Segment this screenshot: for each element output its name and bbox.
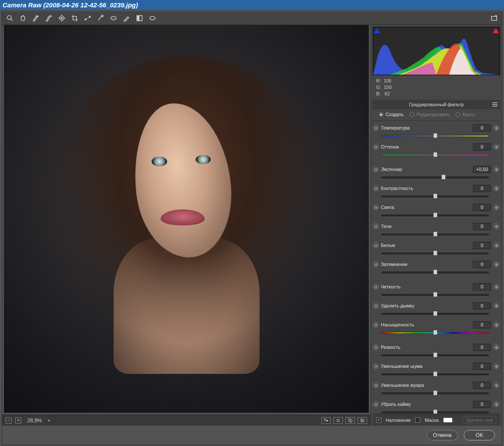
value-highlights[interactable]: 0 (473, 204, 491, 211)
track-blacks[interactable] (381, 270, 489, 275)
graduated-filter-tool-icon[interactable] (135, 14, 144, 22)
adjustment-brush-tool-icon[interactable] (122, 14, 131, 22)
value-whites[interactable]: 0 (473, 242, 491, 249)
hand-tool-icon[interactable] (19, 14, 27, 22)
minus-highlights[interactable]: ⊖ (373, 204, 379, 210)
fullscreen-toggle-icon[interactable] (490, 14, 498, 22)
plus-whites[interactable]: ⊕ (493, 242, 499, 248)
value-tint[interactable]: 0 (473, 143, 491, 151)
minus-shadows[interactable]: ⊖ (373, 223, 379, 229)
track-clarity[interactable] (381, 293, 489, 297)
plus-contrast[interactable]: ⊕ (493, 185, 499, 191)
plus-exposure[interactable]: ⊕ (493, 166, 499, 172)
zoom-tool-icon[interactable] (6, 14, 14, 22)
mode-create[interactable]: Создать (379, 112, 404, 117)
value-noise[interactable]: 0 (473, 363, 491, 370)
zoom-in-button[interactable]: + (15, 418, 21, 424)
minus-dehaze[interactable]: ⊖ (373, 303, 379, 309)
track-defringe[interactable] (381, 410, 489, 414)
value-sharpness[interactable]: 0 (473, 344, 491, 351)
before-after-toggle[interactable]: Y▸ (321, 417, 331, 424)
plus-noise[interactable]: ⊕ (493, 363, 499, 369)
plus-highlights[interactable]: ⊕ (493, 204, 499, 210)
plus-saturation[interactable]: ⊕ (493, 322, 499, 328)
adjustments-panel: R: 105 G: 100 B: 82 Градуированный фильт… (371, 25, 502, 426)
plus-defringe[interactable]: ⊕ (493, 401, 499, 407)
minus-temperature[interactable]: ⊖ (373, 125, 379, 131)
svg-point-19 (150, 16, 155, 20)
value-exposure[interactable]: +0,50 (473, 166, 491, 173)
ok-button[interactable]: OK (464, 430, 495, 440)
plus-tint[interactable]: ⊕ (493, 144, 499, 150)
value-dehaze[interactable]: 0 (473, 302, 491, 310)
label-shadows: Тени (381, 224, 429, 229)
image-preview[interactable] (4, 25, 369, 413)
plus-moire[interactable]: ⊕ (493, 382, 499, 388)
track-sharpness[interactable] (381, 353, 489, 357)
value-clarity[interactable]: 0 (473, 283, 491, 291)
track-shadows[interactable] (381, 232, 489, 237)
value-blacks[interactable]: 0 (473, 261, 491, 268)
plus-clarity[interactable]: ⊕ (493, 284, 499, 290)
mode-brush[interactable]: Кисть (456, 112, 475, 117)
value-moire[interactable]: 0 (473, 382, 491, 389)
mask-color-swatch[interactable] (443, 418, 453, 423)
crop-tool-icon[interactable] (70, 14, 79, 22)
value-defringe[interactable]: 0 (473, 401, 491, 408)
track-tint[interactable] (381, 153, 489, 157)
rgb-readout: R: 105 G: 100 B: 82 (371, 75, 502, 99)
value-saturation[interactable]: 0 (473, 321, 491, 329)
plus-temperature[interactable]: ⊕ (493, 125, 499, 131)
view-options-button[interactable] (358, 417, 367, 424)
minus-defringe[interactable]: ⊖ (373, 401, 379, 407)
radial-filter-tool-icon[interactable] (148, 14, 157, 22)
swap-view-button[interactable] (333, 417, 343, 424)
minus-noise[interactable]: ⊖ (373, 363, 379, 369)
track-moire[interactable] (381, 391, 489, 395)
minus-clarity[interactable]: ⊖ (373, 284, 379, 290)
zoom-dropdown-icon[interactable]: ▾ (48, 418, 50, 423)
label-dehaze: Удалить дымку (381, 303, 429, 308)
mask-checkbox[interactable] (415, 418, 420, 423)
copy-settings-button[interactable] (346, 417, 355, 424)
plus-blacks[interactable]: ⊕ (493, 261, 499, 267)
minus-whites[interactable]: ⊖ (373, 242, 379, 248)
track-temperature[interactable] (381, 134, 489, 138)
track-noise[interactable] (381, 372, 489, 376)
mode-edit[interactable]: Редактировать (410, 112, 450, 117)
top-toolbar (2, 11, 502, 25)
value-contrast[interactable]: 0 (473, 185, 491, 192)
cancel-button[interactable]: Отмена (427, 430, 458, 440)
minus-exposure[interactable]: ⊖ (373, 166, 379, 172)
targeted-adjust-tool-icon[interactable] (57, 14, 66, 22)
track-dehaze[interactable] (381, 312, 489, 316)
plus-sharpness[interactable]: ⊕ (493, 344, 499, 350)
histogram[interactable] (373, 27, 500, 75)
track-highlights[interactable] (381, 213, 489, 218)
plus-dehaze[interactable]: ⊕ (493, 303, 499, 309)
spot-removal-tool-icon[interactable] (96, 14, 105, 22)
track-contrast[interactable] (381, 194, 489, 199)
plus-shadows[interactable]: ⊕ (493, 223, 499, 229)
minus-sharpness[interactable]: ⊖ (373, 344, 379, 350)
value-shadows[interactable]: 0 (473, 223, 491, 230)
track-whites[interactable] (381, 251, 489, 256)
overlay-checkbox[interactable] (376, 418, 381, 423)
track-saturation[interactable] (381, 331, 489, 335)
minus-contrast[interactable]: ⊖ (373, 185, 379, 191)
zoom-level[interactable]: 28,9% (25, 417, 44, 424)
minus-saturation[interactable]: ⊖ (373, 322, 379, 328)
redeye-tool-icon[interactable] (109, 14, 118, 22)
straighten-tool-icon[interactable] (83, 14, 92, 22)
panel-menu-icon[interactable] (492, 102, 498, 107)
clear-all-button[interactable]: Удалить все (462, 416, 497, 424)
value-temperature[interactable]: 0 (473, 124, 491, 132)
color-sampler-tool-icon[interactable] (44, 14, 53, 22)
track-exposure[interactable] (381, 175, 489, 180)
slider-sharpness: ⊖Резкость0⊕ (373, 341, 499, 353)
minus-blacks[interactable]: ⊖ (373, 261, 379, 267)
zoom-out-button[interactable]: − (6, 418, 12, 424)
minus-moire[interactable]: ⊖ (373, 382, 379, 388)
minus-tint[interactable]: ⊖ (373, 144, 379, 150)
white-balance-tool-icon[interactable] (32, 14, 40, 22)
